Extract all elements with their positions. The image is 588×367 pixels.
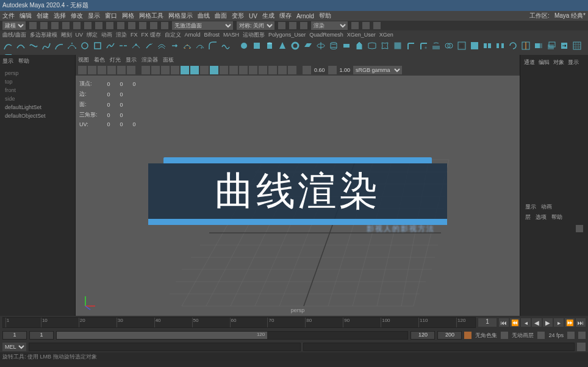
- shelf-tab[interactable]: Polygons_User: [268, 32, 306, 38]
- curve-cv-icon[interactable]: [2, 40, 13, 51]
- vp-gamma-icon[interactable]: [328, 66, 337, 74]
- time-ruler[interactable]: 1 10 20 30 40 50 60 70 80 90 100 110 120: [2, 317, 476, 328]
- shelf-tab[interactable]: Arnold: [185, 32, 201, 38]
- curve-3pt-icon[interactable]: [66, 40, 77, 51]
- open-close-icon[interactable]: [507, 40, 518, 51]
- anim-layer-label[interactable]: 无动画层: [512, 332, 534, 340]
- vp-colorspace-select[interactable]: sRGB gamma: [353, 66, 402, 74]
- play-back-icon[interactable]: ◀: [532, 318, 542, 327]
- shelf-tab[interactable]: 动画: [101, 31, 112, 39]
- cube-icon[interactable]: [251, 40, 262, 51]
- layers-menu-layers[interactable]: 层: [525, 213, 531, 221]
- attach-surf-icon[interactable]: [482, 40, 493, 51]
- layers-menu-help[interactable]: 帮助: [551, 213, 562, 221]
- render-icon[interactable]: [278, 22, 285, 29]
- range-track[interactable]: 120: [56, 331, 408, 340]
- outliner-item[interactable]: defaultLightSet: [2, 103, 73, 112]
- ipr-icon[interactable]: [289, 22, 296, 29]
- curve-pencil-icon[interactable]: [41, 40, 52, 51]
- menu-edit[interactable]: 编辑: [20, 12, 32, 20]
- insert-iso-icon[interactable]: [520, 40, 531, 51]
- vp-bookmark-icon[interactable]: [98, 66, 106, 74]
- shelf-tab[interactable]: XGen: [379, 32, 393, 38]
- insert-knot-icon[interactable]: [131, 40, 142, 51]
- cmd-mode-select[interactable]: MEL: [2, 343, 26, 351]
- shelf-tab[interactable]: QuadRemesh: [309, 32, 343, 38]
- menu-uv[interactable]: UV: [249, 13, 257, 20]
- torus-icon[interactable]: [290, 40, 301, 51]
- lasso-icon[interactable]: [95, 22, 102, 29]
- plane-icon[interactable]: [303, 40, 314, 51]
- autokey-icon[interactable]: [567, 332, 575, 339]
- step-fwd-icon[interactable]: ⏩: [565, 318, 575, 327]
- vp-motion-blur-icon[interactable]: [239, 66, 248, 74]
- offset-surf-icon[interactable]: [546, 40, 557, 51]
- snap-point-icon[interactable]: [139, 22, 146, 29]
- vp-dof-icon[interactable]: [259, 66, 267, 74]
- menu-create[interactable]: 创建: [37, 12, 49, 20]
- square-icon[interactable]: [92, 40, 103, 51]
- outliner-item[interactable]: top: [2, 77, 73, 86]
- vp-lights-icon[interactable]: [210, 66, 218, 74]
- vp-lock-camera-icon[interactable]: [88, 66, 96, 74]
- select-icon[interactable]: [84, 22, 91, 29]
- vp-film-gate-icon[interactable]: [151, 66, 160, 74]
- character-set-icon[interactable]: [464, 332, 471, 339]
- vp-menu-view[interactable]: 视图: [78, 56, 89, 64]
- shelf-tab[interactable]: Bifrost: [204, 32, 220, 38]
- range-start[interactable]: 1: [2, 331, 27, 340]
- vp-menu-renderer[interactable]: 渲染器: [142, 56, 158, 64]
- shelf-tab[interactable]: 自定义: [165, 31, 181, 39]
- curve-arc-icon[interactable]: [54, 40, 65, 51]
- render-settings-icon[interactable]: [300, 22, 307, 29]
- menu-help[interactable]: 帮助: [319, 12, 331, 20]
- vp-xray-joints-icon[interactable]: [288, 66, 296, 74]
- menu-display[interactable]: 显示: [88, 12, 100, 20]
- circle-icon[interactable]: [79, 40, 90, 51]
- vp-image-plane-icon[interactable]: [107, 66, 116, 74]
- hypershade-icon[interactable]: [362, 22, 370, 29]
- shelf-tab[interactable]: UV: [76, 32, 84, 38]
- project-curve-icon[interactable]: [431, 40, 442, 51]
- go-start-icon[interactable]: ⏮: [499, 318, 509, 327]
- outliner-icon[interactable]: [373, 22, 381, 29]
- bevel-plus-icon[interactable]: +: [418, 40, 429, 51]
- menu-generate[interactable]: 生成: [262, 12, 274, 20]
- viewport-3d[interactable]: 顶点:000 边:00 面:00 三角形:00 UV:000: [76, 76, 520, 316]
- outliner-tab-help[interactable]: 帮助: [18, 57, 29, 65]
- extend-surf-icon[interactable]: [533, 40, 544, 51]
- planar-icon[interactable]: [341, 40, 352, 51]
- script-editor-icon[interactable]: [577, 343, 586, 351]
- bevel-icon[interactable]: [405, 40, 416, 51]
- character-set-label[interactable]: 无角色集: [475, 332, 497, 340]
- reverse-curve-icon[interactable]: [169, 40, 180, 51]
- menu-surfaces[interactable]: 曲面: [215, 12, 227, 20]
- reverse-surf-icon[interactable]: [559, 40, 570, 51]
- snap-plane-icon[interactable]: [150, 22, 157, 29]
- cb-tab-show[interactable]: 显示: [568, 59, 579, 66]
- file-open-icon[interactable]: [40, 22, 48, 29]
- cb-tab-edit[interactable]: 编辑: [539, 59, 550, 66]
- detach-surf-icon[interactable]: [495, 40, 506, 51]
- prev-key-icon[interactable]: ◂: [521, 318, 531, 327]
- vp-menu-shading[interactable]: 着色: [94, 56, 105, 64]
- sphere-icon[interactable]: [238, 40, 249, 51]
- curve-ep-icon[interactable]: [15, 40, 26, 51]
- vp-grease-icon[interactable]: [127, 66, 135, 74]
- vp-menu-lighting[interactable]: 灯光: [110, 56, 121, 64]
- fps-icon[interactable]: [537, 332, 545, 339]
- menu-curves[interactable]: 曲线: [198, 12, 210, 20]
- surface-select[interactable]: 无激活曲面: [172, 21, 233, 30]
- vp-ao-icon[interactable]: [229, 66, 238, 74]
- outliner-item[interactable]: defaultObjectSet: [2, 112, 73, 120]
- cb-tab-object[interactable]: 对象: [553, 59, 564, 66]
- renderer-select[interactable]: 渲染: [311, 21, 348, 30]
- curve-fillet-icon[interactable]: [207, 40, 218, 51]
- shelf-tab[interactable]: 运动图形: [243, 31, 265, 39]
- vp-shadows-icon[interactable]: [220, 66, 228, 74]
- layers-menu-options[interactable]: 选项: [536, 213, 547, 221]
- menu-mesh[interactable]: 网格: [122, 12, 134, 20]
- extrude-icon[interactable]: [354, 40, 365, 51]
- vp-menu-panels[interactable]: 面板: [163, 56, 174, 64]
- mode-select[interactable]: 建模: [2, 21, 26, 30]
